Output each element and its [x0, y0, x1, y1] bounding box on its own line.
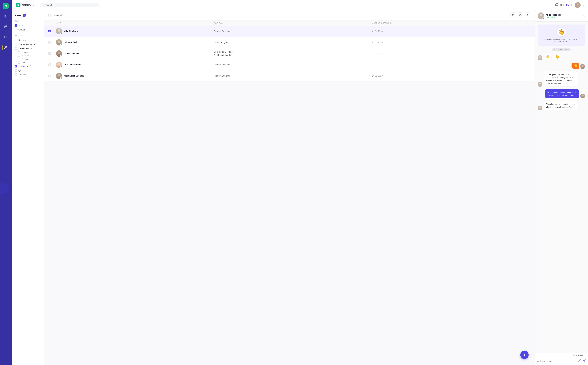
content-area: Filters 2 Show ✓ Users Groups [12, 10, 588, 365]
msg-3-avatar [538, 106, 542, 110]
calendar-toolbar-btn[interactable] [518, 13, 523, 18]
designers-checkbox[interactable]: ✓ [14, 65, 17, 67]
delete-toolbar-btn[interactable] [525, 13, 530, 18]
chat-user-info: Mike Piechota Now active [546, 14, 581, 18]
row-4-date: 18.01.2018 [372, 63, 530, 66]
typing-dots-icon: ··· [583, 354, 586, 356]
col-name: Name [56, 22, 214, 24]
row-1-avatar [56, 28, 62, 34]
notification-dot [557, 3, 558, 4]
select-all-checkbox[interactable] [48, 14, 51, 16]
filter-qa[interactable]: QA [14, 68, 41, 72]
notification-icon[interactable] [555, 3, 558, 7]
row-2-position: Sr. UI Designer [214, 41, 372, 43]
row-4-avatar [56, 62, 62, 68]
finance-checkbox[interactable] [14, 73, 17, 76]
table-row[interactable]: Pola Leszczyńska Product Designer 18.01.… [44, 59, 534, 70]
filter-android[interactable]: Android [18, 57, 41, 61]
filter-frontend[interactable]: Front-end [18, 50, 41, 54]
msg-row-emoji-sent: 👋 [538, 63, 585, 69]
row-5-checkbox[interactable] [48, 75, 51, 77]
filter-ios[interactable]: iOS [18, 61, 41, 64]
pm-checkbox[interactable] [14, 43, 17, 45]
row-2-name-cell: Luke Pachtel [56, 39, 214, 45]
row-1-name-cell: Mike Piechota [56, 28, 214, 34]
frontend-label: Front-end [22, 51, 30, 53]
sidebar-item-document[interactable] [3, 13, 9, 19]
row-4-name: Pola Leszczyńska [64, 63, 82, 66]
filter-groups[interactable]: Groups [14, 28, 41, 32]
row-4-name-cell: Pola Leszczyńska [56, 62, 214, 68]
android-checkbox[interactable] [18, 58, 20, 60]
groups-checkbox[interactable] [14, 28, 17, 31]
filter-title: Filters [14, 14, 21, 17]
typing-indicator: Mike is writing ··· [535, 353, 588, 357]
table-row[interactable]: Luke Pachtel Sr. UI Designer 01.02.2018 [44, 37, 534, 48]
row-3-avatar [56, 50, 62, 57]
filter-developers[interactable]: Developers ∧ [14, 46, 41, 50]
add-fab-button[interactable]: + [520, 351, 529, 359]
message-toolbar-btn[interactable] [511, 13, 516, 18]
row-3-position: Sr. Product Designer& PD Team Leader [214, 50, 372, 57]
search-input[interactable] [46, 4, 97, 6]
table-row[interactable]: Dawid Wozniak Sr. Product Designer& PD T… [44, 48, 534, 59]
emoji-sent: 👋 [572, 63, 579, 69]
chat-user-avatar [538, 13, 544, 19]
developers-checkbox[interactable] [14, 47, 17, 50]
send-icon[interactable] [583, 359, 586, 363]
sidebar-item-menu[interactable] [3, 356, 9, 362]
chat-messages: 👋 It's your first time speaking with Mik… [535, 21, 588, 353]
row-3-status [60, 55, 62, 57]
positions-section: Positions Business Project Managers Deve… [14, 35, 41, 77]
msg-1-bubble: Lorem ipsum dolor sit amet, consectetur … [544, 71, 578, 87]
sidebar-item-people[interactable] [3, 45, 9, 50]
backend-checkbox[interactable] [18, 55, 20, 57]
row-1-name: Mike Piechota [64, 30, 78, 32]
frontend-checkbox[interactable] [18, 51, 20, 53]
search-bar[interactable] [40, 3, 99, 7]
brand-logo: N [16, 3, 21, 7]
row-3-name-cell: Dawid Wozniak [56, 50, 214, 57]
row-2-checkbox[interactable] [48, 41, 51, 43]
chat-close-button[interactable]: ✕ [583, 14, 585, 17]
brand-icon[interactable]: N [3, 3, 9, 9]
user-avatar[interactable] [575, 2, 581, 8]
users-label: Users [18, 24, 24, 27]
positions-label: Positions [14, 35, 41, 36]
row-1-checkbox[interactable]: ✓ [48, 30, 51, 32]
filter-finance[interactable]: Finance [14, 72, 41, 77]
ios-checkbox[interactable] [18, 62, 20, 63]
date-divider: Today, 05.02.2018 [538, 48, 585, 51]
qa-checkbox[interactable] [14, 69, 17, 72]
row-2-name: Luke Pachtel [64, 41, 77, 43]
attachment-icon[interactable] [578, 359, 581, 363]
user-menu-chevron[interactable]: ▾ [583, 4, 584, 6]
table-row[interactable]: Aleksander Sucheta Product Designer 15.0… [44, 70, 534, 81]
col-position: Position [214, 22, 372, 24]
business-checkbox[interactable] [14, 39, 17, 41]
filter-users[interactable]: ✓ Users [14, 23, 41, 28]
row-3-checkbox[interactable] [48, 52, 51, 55]
first-message-text: It's your first time speaking with Mike.… [545, 38, 577, 43]
first-message-area: 👋 It's your first time speaking with Mik… [538, 25, 585, 46]
row-4-checkbox[interactable] [48, 63, 51, 66]
users-checkbox[interactable]: ✓ [14, 24, 17, 27]
filter-designers[interactable]: ✓ Designers ˅ [14, 64, 41, 68]
toolbar-actions [511, 13, 530, 18]
svg-point-44 [582, 65, 584, 67]
filter-backend[interactable]: Backend [18, 54, 41, 57]
chat-header: Mike Piechota Now active ✕ [535, 10, 588, 21]
sidebar-item-inbox[interactable] [3, 34, 9, 40]
filter-project-managers[interactable]: Project Managers [14, 42, 41, 46]
row-2-date: 01.02.2018 [372, 41, 530, 43]
msg-avatar-sent [580, 64, 585, 69]
svg-point-29 [58, 52, 60, 54]
message-input[interactable] [537, 360, 577, 362]
row-5-name: Aleksander Sucheta [64, 75, 84, 77]
row-5-name-cell: Aleksander Sucheta [56, 73, 214, 79]
chat-panel: Mike Piechota Now active ✕ 👋 It's your f… [534, 10, 588, 365]
table-row[interactable]: ✓ Mi [44, 26, 534, 37]
filter-business[interactable]: Business [14, 38, 41, 42]
sidebar-item-calendar[interactable] [3, 24, 9, 30]
brand-area[interactable]: N Netguru ▾ [16, 3, 34, 7]
